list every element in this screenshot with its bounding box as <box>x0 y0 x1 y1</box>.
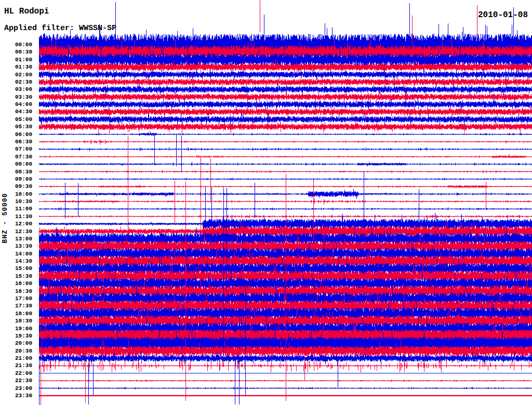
helicorder-canvas <box>0 0 532 405</box>
helicorder-page: HL Rodopi Applied filter: WWSSN-SP 2010-… <box>0 0 532 405</box>
